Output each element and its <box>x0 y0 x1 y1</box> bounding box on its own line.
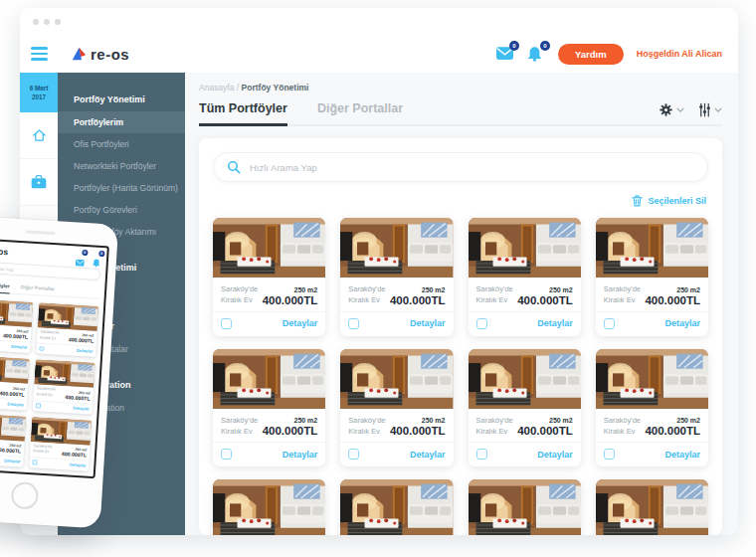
select-checkbox[interactable] <box>39 346 44 351</box>
details-link[interactable]: Detaylar <box>410 318 446 328</box>
select-checkbox[interactable] <box>221 318 232 329</box>
delete-selected-label: Seçilenleri Sil <box>648 196 706 206</box>
property-price: 400.000TL <box>65 394 90 402</box>
details-link[interactable]: Detaylar <box>664 318 700 328</box>
property-price: 400.000TL <box>263 425 318 437</box>
breadcrumb: Anasayfa / Portföy Yönetimi <box>199 83 722 93</box>
app-logo[interactable]: re-os <box>71 46 129 63</box>
phone-search-input[interactable]: Hızlı Arama Yap <box>0 261 100 280</box>
details-link[interactable]: Detaylar <box>70 463 87 468</box>
details-link[interactable]: Detaylar <box>537 318 573 328</box>
phone-bell-badge: 0 <box>98 250 105 257</box>
property-photo[interactable] <box>213 218 325 278</box>
hamburger-menu-icon[interactable] <box>31 47 48 61</box>
sidebar-item[interactable]: Networkteki Portföyler <box>58 155 185 177</box>
details-link[interactable]: Detaylar <box>11 344 28 350</box>
portfolio-card: Saraköy'de Kiralık Ev 250 m2 400.000TL D… <box>213 218 325 336</box>
property-photo[interactable] <box>213 349 325 409</box>
details-link[interactable]: Detaylar <box>4 459 21 464</box>
portfolio-card: Saraköy'de Kiralık Ev 250 m2 400.000TL D… <box>213 349 325 467</box>
phone-portfolio-grid: Saraköy'de Kiralık Ev 250 m2 400.000TL D… <box>0 298 98 471</box>
property-area: 250 m2 <box>645 417 700 424</box>
window-dot[interactable] <box>44 19 50 25</box>
property-photo[interactable] <box>469 218 581 278</box>
phone-home-button[interactable] <box>10 481 39 510</box>
delete-selected-button[interactable]: Seçilenleri Sil <box>215 195 706 207</box>
select-checkbox[interactable] <box>476 318 487 329</box>
select-checkbox[interactable] <box>32 461 37 465</box>
portfolio-card: Saraköy'de Kiralık Ev 250 m2 400.000TL D… <box>469 349 581 467</box>
select-checkbox[interactable] <box>221 449 232 460</box>
property-photo[interactable] <box>596 349 708 409</box>
property-price: 400.000TL <box>390 425 446 437</box>
window-dot[interactable] <box>33 19 39 25</box>
select-checkbox[interactable] <box>604 449 615 460</box>
portfolio-card: Saraköy'de Kiralık Ev 250 m2 400.000TL D… <box>213 479 325 535</box>
tab-di-er-portallar[interactable]: Diğer Portallar <box>317 101 403 124</box>
select-checkbox[interactable] <box>604 318 615 329</box>
select-checkbox[interactable] <box>476 449 487 460</box>
property-photo[interactable] <box>340 218 453 278</box>
property-photo[interactable] <box>38 302 98 331</box>
property-photo[interactable] <box>0 356 30 385</box>
help-button[interactable]: Yardım <box>558 44 624 65</box>
tab-di-er-portallar[interactable]: Diğer Portallar <box>20 283 55 295</box>
details-link[interactable]: Detaylar <box>73 405 90 411</box>
select-checkbox[interactable] <box>348 318 359 329</box>
rail-home-button[interactable] <box>20 112 58 159</box>
phone-portfolio-card: Saraköy'de Kiralık Ev 250 m2 400.000TL D… <box>0 413 26 467</box>
notifications-button[interactable]: 0 <box>527 46 545 62</box>
sidebar-item[interactable]: Portföy Görevleri <box>58 199 185 221</box>
property-photo[interactable] <box>469 479 581 535</box>
details-link[interactable]: Detaylar <box>410 450 446 460</box>
breadcrumb-home[interactable]: Anasayfa <box>199 83 234 93</box>
app-header: re-os 0 0 <box>20 35 738 73</box>
property-photo[interactable] <box>596 479 708 535</box>
sidebar-section-header: Portföy Yönetimi <box>58 89 185 111</box>
property-photo[interactable] <box>340 479 453 535</box>
property-photo[interactable] <box>213 479 325 535</box>
calendar-date-tile[interactable]: 6 Mart 2017 <box>20 73 58 112</box>
details-link[interactable]: Detaylar <box>537 450 573 460</box>
rail-portfolio-button[interactable] <box>20 159 58 206</box>
property-photo[interactable] <box>34 360 94 389</box>
property-photo[interactable] <box>0 298 33 327</box>
details-link[interactable]: Detaylar <box>283 450 318 460</box>
property-photo[interactable] <box>31 417 92 446</box>
filter-dropdown-button[interactable] <box>698 102 722 117</box>
details-link[interactable]: Detaylar <box>664 450 700 460</box>
sidebar-item[interactable]: Portföyler (Harita Görünüm) <box>58 177 185 199</box>
search-input[interactable] <box>250 162 694 173</box>
sidebar-item[interactable]: Ofis Portföyleri <box>58 133 185 155</box>
chevron-down-icon <box>676 107 684 112</box>
property-area: 250 m2 <box>517 417 573 424</box>
window-dot[interactable] <box>55 19 61 25</box>
property-photo[interactable] <box>340 349 453 409</box>
trash-icon <box>632 195 643 207</box>
browser-window: re-os 0 0 <box>20 8 738 535</box>
welcome-user-text[interactable]: Hoşgeldin Ali Alican <box>637 49 722 59</box>
phone-messages-button[interactable]: 0 <box>76 252 86 262</box>
phone-notifications-button[interactable]: 0 <box>93 253 102 263</box>
settings-dropdown-button[interactable] <box>659 102 684 117</box>
bell-icon <box>93 258 101 267</box>
tab-t-m-portf-yler[interactable]: Tüm Portföyler <box>0 280 10 293</box>
phone-app-logo[interactable]: re-os <box>0 245 8 257</box>
property-location: Saraköy'de Kiralık Ev <box>36 387 56 400</box>
messages-button[interactable]: 0 <box>496 46 514 62</box>
property-price: 400.000TL <box>62 451 87 459</box>
logo-text: re-os <box>91 46 129 63</box>
property-photo[interactable] <box>596 218 708 278</box>
details-link[interactable]: Detaylar <box>77 348 94 354</box>
sidebar-item[interactable]: Portföylerim <box>58 111 185 133</box>
details-link[interactable]: Detaylar <box>283 318 318 328</box>
property-photo[interactable] <box>0 413 26 442</box>
select-checkbox[interactable] <box>36 403 41 408</box>
mail-badge: 0 <box>509 41 519 51</box>
chevron-down-icon <box>714 107 722 112</box>
property-photo[interactable] <box>469 349 581 409</box>
select-checkbox[interactable] <box>348 449 359 460</box>
details-link[interactable]: Detaylar <box>7 401 24 407</box>
tab-t-m-portf-yler[interactable]: Tüm Portföyler <box>199 101 287 126</box>
main-content: Anasayfa / Portföy Yönetimi Tüm Portföyl… <box>185 73 738 535</box>
